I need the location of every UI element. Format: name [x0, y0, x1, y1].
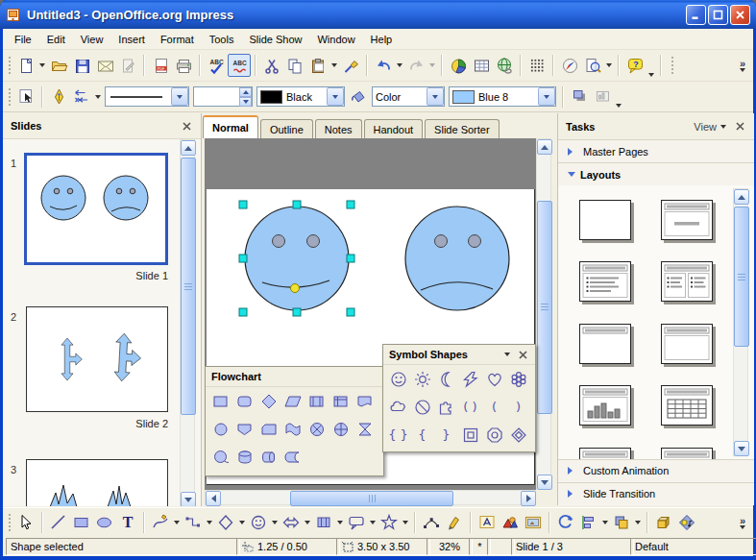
stars-icon[interactable]: [378, 511, 401, 534]
spin-down-button[interactable]: [239, 97, 252, 107]
alignment-icon[interactable]: [577, 511, 600, 534]
menu-slide-show[interactable]: Slide Show: [241, 32, 309, 47]
menu-format[interactable]: Format: [153, 32, 202, 47]
scroll-right-button[interactable]: [521, 491, 536, 506]
format-paintbrush-icon[interactable]: [339, 54, 362, 77]
paste-dropdown-caret[interactable]: [331, 63, 337, 67]
layout-title-subtitle[interactable]: [661, 200, 713, 240]
symbol-smiley-icon[interactable]: [386, 366, 410, 392]
flowchart-direct-access-storage-icon[interactable]: [256, 444, 280, 470]
tab-handout[interactable]: Handout: [364, 119, 424, 138]
menu-file[interactable]: File: [7, 32, 39, 47]
open-icon[interactable]: [47, 54, 70, 77]
flowchart-connector-icon[interactable]: [208, 416, 232, 442]
close-button[interactable]: [730, 5, 750, 25]
toolbar-options-caret[interactable]: [648, 73, 654, 77]
extrusion-icon[interactable]: [652, 511, 675, 534]
spellcheck-icon[interactable]: ABC: [205, 54, 228, 77]
fontwork-icon[interactable]: [476, 511, 499, 534]
zoom-dropdown-caret[interactable]: [606, 63, 612, 67]
arrow-style-caret[interactable]: [95, 95, 101, 99]
undo-icon[interactable]: [372, 54, 395, 77]
popup-options-caret[interactable]: [504, 353, 510, 356]
rectangle-icon[interactable]: [70, 511, 93, 534]
flowchart-caret[interactable]: [337, 521, 343, 524]
flowchart-popup-title[interactable]: Flowchart: [206, 367, 383, 387]
connector-caret[interactable]: [207, 521, 212, 524]
callouts-caret[interactable]: [370, 521, 376, 524]
grid-icon[interactable]: [525, 54, 549, 77]
layout-title-two-content[interactable]: [661, 261, 713, 302]
scroll-thumb[interactable]: [290, 491, 453, 506]
section-custom-animation[interactable]: Custom Animation: [558, 459, 754, 481]
menu-edit[interactable]: Edit: [39, 32, 73, 47]
line-style-select[interactable]: [105, 86, 189, 107]
symbol-flower-icon[interactable]: [506, 366, 530, 392]
status-template[interactable]: Default: [630, 538, 756, 555]
status-slide[interactable]: Slide 1 / 3: [511, 538, 634, 555]
tasks-panel-close-icon[interactable]: [733, 120, 746, 134]
flowchart-alternate-process-icon[interactable]: [232, 388, 256, 414]
menu-insert[interactable]: Insert: [110, 32, 153, 47]
flowchart-icon[interactable]: [312, 511, 335, 534]
menu-help[interactable]: Help: [363, 32, 401, 47]
slide-thumbnail-2[interactable]: [26, 306, 168, 412]
export-pdf-icon[interactable]: PDF: [149, 54, 172, 77]
symbol-shapes-caret[interactable]: [272, 521, 278, 524]
title-bar[interactable]: Untitled3 - OpenOffice.org Impress: [0, 0, 756, 29]
callouts-icon[interactable]: [345, 511, 368, 534]
flowchart-off-page-connector-icon[interactable]: [232, 416, 256, 442]
flowchart-card-icon[interactable]: [256, 416, 280, 442]
select-icon[interactable]: [14, 511, 37, 534]
adjust-handle[interactable]: [291, 284, 300, 293]
symbol-moon-icon[interactable]: [434, 366, 458, 392]
maximize-button[interactable]: [708, 5, 728, 25]
tab-normal[interactable]: Normal: [203, 115, 258, 138]
tab-notes[interactable]: Notes: [315, 119, 362, 138]
scroll-up-button[interactable]: [181, 140, 196, 156]
basic-shapes-caret[interactable]: [239, 521, 245, 524]
scroll-up-button[interactable]: [734, 189, 749, 205]
toolbar-overflow[interactable]: »: [738, 516, 747, 529]
symbol-double-bracket-icon[interactable]: ( ): [458, 394, 482, 420]
scroll-down-button[interactable]: [537, 475, 552, 490]
fill-style-caret[interactable]: [427, 87, 444, 106]
navigator-icon[interactable]: [558, 54, 581, 77]
scroll-up-button[interactable]: [537, 139, 552, 155]
paste-icon[interactable]: [306, 54, 329, 77]
line-icon[interactable]: [47, 511, 70, 534]
curve-icon[interactable]: [149, 511, 172, 534]
text-icon[interactable]: T: [116, 511, 139, 534]
ellipse-icon[interactable]: [93, 511, 116, 534]
toolbar-grip[interactable]: [7, 55, 11, 76]
symbol-sun-icon[interactable]: [410, 366, 434, 392]
popup-close-icon[interactable]: [516, 348, 529, 361]
layouts-scrollbar[interactable]: [733, 188, 748, 456]
email-icon[interactable]: [93, 54, 116, 77]
symbol-square-bevel-icon[interactable]: [458, 422, 482, 448]
gallery-icon[interactable]: [522, 511, 545, 534]
scroll-down-button[interactable]: [734, 441, 749, 456]
tab-outline[interactable]: Outline: [260, 119, 313, 138]
symbol-diamond-bevel-icon[interactable]: [506, 422, 530, 448]
flowchart-stored-data-icon[interactable]: [280, 444, 305, 470]
slide-thumbnail-1[interactable]: [24, 153, 168, 265]
layout-title-frame[interactable]: [661, 324, 713, 364]
status-size[interactable]: 3.50 x 3.50: [336, 538, 430, 555]
layout-title-chart[interactable]: [579, 385, 631, 426]
symbol-heart-icon[interactable]: [482, 366, 506, 392]
overflow-caret[interactable]: [740, 68, 745, 72]
layout-title-content[interactable]: [579, 261, 631, 302]
flowchart-sequential-access-icon[interactable]: [208, 444, 232, 470]
symbol-shapes-icon[interactable]: [247, 511, 270, 534]
toolbar-grip[interactable]: [7, 86, 11, 108]
arrange-caret[interactable]: [635, 521, 641, 524]
chart-icon[interactable]: [447, 54, 470, 77]
symbol-left-bracket-icon[interactable]: (: [482, 394, 506, 420]
line-style-caret[interactable]: [171, 87, 188, 106]
symbol-shapes-popup-title[interactable]: Symbol Shapes: [383, 345, 535, 365]
slides-panel-close-icon[interactable]: [180, 119, 193, 133]
layout-partial[interactable]: [579, 448, 631, 459]
interaction-icon[interactable]: [675, 511, 698, 534]
flowchart-collate-icon[interactable]: [353, 416, 377, 442]
